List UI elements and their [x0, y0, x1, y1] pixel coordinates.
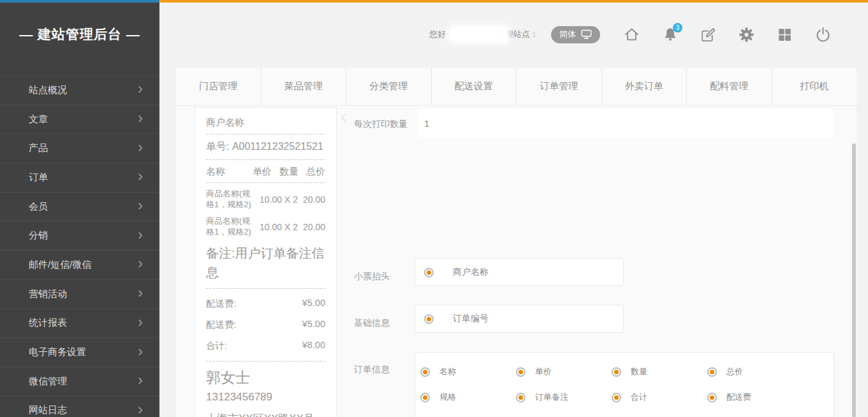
option-delivery-fee[interactable]: 配送费 — [707, 384, 803, 410]
option-merchant-name[interactable]: 商户名称 — [424, 259, 489, 286]
sidebar-item-ecommerce-settings[interactable]: 电子商务设置› — [0, 337, 159, 367]
divider — [206, 182, 325, 183]
receipt-columns: 名称 单价 数量 总价 — [206, 166, 325, 178]
option-quantity[interactable]: 数量 — [612, 359, 707, 384]
tab-store[interactable]: 门店管理 — [176, 68, 261, 105]
chevron-right-icon: › — [138, 81, 143, 96]
col-total: 总价 — [298, 166, 325, 178]
redacted-username — [451, 27, 507, 41]
item-total: 20.00 — [303, 194, 325, 205]
radio-selected-icon — [516, 393, 526, 402]
item-name: 商品名称(规格1，规格2) — [206, 216, 258, 238]
divider — [206, 134, 325, 135]
grid-icon[interactable] — [776, 26, 793, 43]
order-no-value: A001121232521521 — [232, 141, 323, 152]
tab-printer[interactable]: 打印机 — [772, 68, 857, 105]
power-icon[interactable] — [814, 26, 832, 43]
callout-arrow-icon — [341, 113, 349, 122]
language-label: 简体 — [559, 29, 576, 40]
admin-page: — 建站管理后台 — 站点概况› 文章› 产品› 订单› 会员› 分销› 邮件/… — [0, 0, 868, 417]
sidebar-item-site-logs[interactable]: 网站日志› — [0, 396, 159, 417]
sidebar-item-distribution[interactable]: 分销› — [0, 221, 159, 250]
greeting-text: 您好 — [429, 29, 446, 40]
tab-label: 订单管理 — [540, 80, 578, 92]
vertical-scrollbar[interactable] — [852, 143, 856, 417]
option-unit-price[interactable]: 单价 — [516, 359, 612, 384]
receipt-fee-row: 配送费: ¥5.00 — [206, 298, 325, 310]
sidebar-item-marketing[interactable]: 营销活动› — [0, 279, 159, 309]
radio-selected-icon — [612, 367, 621, 377]
option-subtotal[interactable]: 合计 — [612, 384, 707, 410]
item-calc: 10.00 X 2 — [258, 194, 303, 205]
sidebar-item-label: 电子商务设置 — [29, 346, 86, 358]
option-order-no[interactable]: 订单编号 — [424, 305, 489, 332]
sidebar-item-label: 分销 — [29, 230, 48, 242]
print-count-input[interactable] — [418, 108, 834, 138]
chevron-right-icon: › — [138, 198, 143, 213]
tab-takeout[interactable]: 外卖订单 — [602, 68, 688, 105]
sidebar-item-members[interactable]: 会员› — [0, 192, 159, 221]
sidebar-item-messaging[interactable]: 邮件/短信/微信› — [0, 250, 159, 279]
sidebar-item-reports[interactable]: 统计报表› — [0, 309, 159, 338]
tab-ingredients[interactable]: 配料管理 — [687, 68, 772, 105]
divider — [206, 159, 325, 160]
receipt-buyer-name: 郭女士 — [206, 368, 325, 388]
bell-icon[interactable]: 3 — [661, 26, 679, 43]
receipt-preview: 商户名称 单号: A001121232521521 名称 单价 数量 总价 商品… — [195, 107, 337, 417]
tab-delivery[interactable]: 配送设置 — [432, 68, 517, 105]
tab-label: 配料管理 — [710, 80, 748, 92]
option-label: 单价 — [535, 366, 552, 377]
radio-selected-icon — [420, 393, 430, 402]
sidebar-item-label: 产品 — [29, 142, 48, 154]
divider — [206, 288, 325, 289]
receipt-merchant-name: 商户名称 — [206, 117, 325, 129]
tab-orders[interactable]: 订单管理 — [517, 68, 602, 105]
sidebar-item-wechat[interactable]: 微信管理› — [0, 367, 159, 396]
sidebar-item-articles[interactable]: 文章› — [0, 105, 159, 134]
tab-label: 门店管理 — [199, 80, 237, 92]
receipt-item: 商品名称(规格1，规格2) 10.00 X 2 20.00 — [206, 189, 325, 210]
chevron-right-icon: › — [138, 256, 143, 272]
header-icon-bar: 3 — [623, 26, 832, 43]
item-name: 商品名称(规格1，规格2) — [206, 189, 258, 210]
radio-selected-icon — [707, 367, 717, 377]
tab-dishes[interactable]: 菜品管理 — [261, 68, 347, 105]
edit-icon[interactable] — [700, 26, 717, 43]
option-packing-fee[interactable]: 包装费 — [420, 410, 516, 417]
sidebar-item-label: 网站日志 — [29, 404, 67, 416]
chevron-right-icon: › — [138, 372, 143, 388]
chevron-right-icon: › — [138, 110, 143, 126]
tab-category[interactable]: 分类管理 — [346, 68, 432, 105]
receipt-remark: 备注:用户订单备注信息 — [206, 244, 325, 282]
option-total-price[interactable]: 总价 — [707, 359, 803, 384]
sidebar-item-products[interactable]: 产品› — [0, 133, 159, 163]
order-no-label: 单号: — [206, 141, 232, 152]
item-total: 20.00 — [303, 222, 325, 232]
sidebar-menu: 站点概况› 文章› 产品› 订单› 会员› 分销› 邮件/短信/微信› 营销活动… — [0, 75, 159, 417]
option-label: 合计 — [631, 391, 647, 403]
sidebar-item-orders[interactable]: 订单› — [0, 163, 159, 192]
option-label: 总价 — [726, 366, 743, 377]
tab-label: 打印机 — [800, 80, 828, 92]
option-spec[interactable]: 规格 — [420, 384, 516, 410]
tab-label: 分类管理 — [369, 80, 408, 92]
gear-icon[interactable] — [738, 26, 755, 43]
receipt-header-box: 商户名称 — [415, 258, 624, 286]
option-name[interactable]: 名称 — [420, 359, 516, 384]
item-calc: 10.00 X 2 — [258, 222, 303, 232]
option-order-remark[interactable]: 订单备注 — [516, 384, 612, 410]
fee-value: ¥5.00 — [302, 298, 325, 310]
sidebar-item-label: 订单 — [29, 172, 48, 184]
sidebar-item-label: 站点概况 — [29, 84, 67, 96]
chevron-right-icon: › — [138, 285, 143, 300]
sidebar-item-label: 微信管理 — [29, 376, 67, 388]
col-unit-price: 单价 — [245, 166, 272, 178]
language-pill-button[interactable]: 简体 — [551, 26, 600, 43]
sidebar-item-overview[interactable]: 站点概况› — [0, 75, 159, 105]
print-count-label: 每次打印数量 — [354, 119, 408, 130]
receipt-order-no: 单号: A001121232521521 — [206, 140, 325, 154]
option-label: 配送费 — [726, 391, 751, 403]
home-icon[interactable] — [623, 26, 640, 43]
order-info-label: 订单信息 — [354, 364, 390, 376]
sidebar-item-label: 营销活动 — [29, 288, 67, 300]
